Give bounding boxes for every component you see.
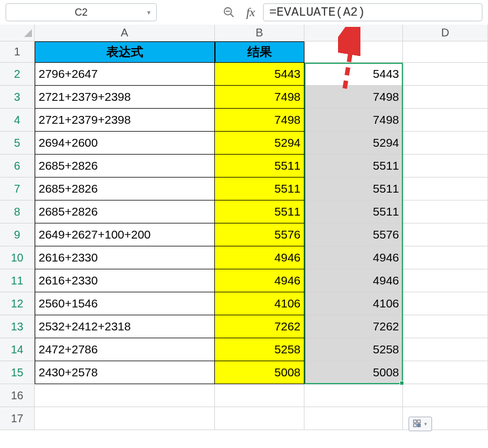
cell-A4[interactable]: 2721+2379+2398 <box>35 109 215 132</box>
cell-D8[interactable] <box>403 200 488 223</box>
cell-A10[interactable]: 2616+2330 <box>35 246 215 269</box>
cell-B5[interactable]: 5294 <box>215 132 304 155</box>
cell-C7[interactable]: 5511 <box>304 178 403 200</box>
cell-C13[interactable]: 7262 <box>304 315 403 338</box>
cell-D10[interactable] <box>403 246 488 269</box>
cell-D16[interactable] <box>403 384 488 407</box>
table-row: 92649+2627+100+20055765576 <box>0 223 488 246</box>
cell-B8[interactable]: 5511 <box>215 200 304 223</box>
cell-C16[interactable] <box>304 384 403 407</box>
cell-D14[interactable] <box>403 338 488 361</box>
cell-C4[interactable]: 7498 <box>304 109 403 132</box>
row-header-17[interactable]: 17 <box>0 407 35 430</box>
cell-A14[interactable]: 2472+2786 <box>35 338 215 361</box>
cell-A13[interactable]: 2532+2412+2318 <box>35 315 215 338</box>
cell-C12[interactable]: 4106 <box>304 292 403 315</box>
cell-A15[interactable]: 2430+2578 <box>35 361 215 384</box>
cell-C11[interactable]: 4946 <box>304 269 403 292</box>
cell-A7[interactable]: 2685+2826 <box>35 178 215 200</box>
row-header-15[interactable]: 15 <box>0 361 35 384</box>
zoom-out-icon[interactable] <box>222 5 236 20</box>
cell-A17[interactable] <box>35 407 215 430</box>
table-row: 82685+282655115511 <box>0 200 488 223</box>
svg-rect-5 <box>417 420 420 423</box>
cell-A5[interactable]: 2694+2600 <box>35 132 215 155</box>
row-header-10[interactable]: 10 <box>0 246 35 269</box>
row-header-4[interactable]: 4 <box>0 109 35 132</box>
cell-C17[interactable] <box>304 407 403 430</box>
cell-C5[interactable]: 5294 <box>304 132 403 155</box>
cell-A6[interactable]: 2685+2826 <box>35 155 215 178</box>
row-header-11[interactable]: 11 <box>0 269 35 292</box>
paste-options-button[interactable]: ▼ <box>409 417 432 431</box>
row-header-5[interactable]: 5 <box>0 132 35 155</box>
cell-D1[interactable] <box>403 41 488 63</box>
row-header-2[interactable]: 2 <box>0 63 35 86</box>
cell-B13[interactable]: 7262 <box>215 315 304 338</box>
col-header-A[interactable]: A <box>35 25 215 41</box>
chevron-down-icon[interactable]: ▼ <box>146 10 152 16</box>
cell-A16[interactable] <box>35 384 215 407</box>
cell-C15[interactable]: 5008 <box>304 361 403 384</box>
cell-A8[interactable]: 2685+2826 <box>35 200 215 223</box>
cell-C1[interactable] <box>304 41 403 63</box>
row-header-7[interactable]: 7 <box>0 178 35 200</box>
row-header-16[interactable]: 16 <box>0 384 35 407</box>
cell-D7[interactable] <box>403 178 488 200</box>
row-header-14[interactable]: 14 <box>0 338 35 361</box>
cell-A12[interactable]: 2560+1546 <box>35 292 215 315</box>
cell-D3[interactable] <box>403 86 488 109</box>
cell-D12[interactable] <box>403 292 488 315</box>
cell-A2[interactable]: 2796+2647 <box>35 63 215 86</box>
fx-icon[interactable]: fx <box>246 5 255 20</box>
cell-B4[interactable]: 7498 <box>215 109 304 132</box>
cell-B1[interactable]: 结果 <box>215 41 304 63</box>
cell-B2[interactable]: 5443 <box>215 63 304 86</box>
cell-B9[interactable]: 5576 <box>215 223 304 246</box>
cell-B14[interactable]: 5258 <box>215 338 304 361</box>
cell-D15[interactable] <box>403 361 488 384</box>
table-row: 142472+278652585258 <box>0 338 488 361</box>
cell-D13[interactable] <box>403 315 488 338</box>
cell-B12[interactable]: 4106 <box>215 292 304 315</box>
row-header-13[interactable]: 13 <box>0 315 35 338</box>
cell-B6[interactable]: 5511 <box>215 155 304 178</box>
cell-D11[interactable] <box>403 269 488 292</box>
cell-D4[interactable] <box>403 109 488 132</box>
col-header-B[interactable]: B <box>215 25 304 41</box>
cell-B16[interactable] <box>215 384 304 407</box>
cell-C3[interactable]: 7498 <box>304 86 403 109</box>
cell-B15[interactable]: 5008 <box>215 361 304 384</box>
cell-B17[interactable] <box>215 407 304 430</box>
cell-B11[interactable]: 4946 <box>215 269 304 292</box>
select-all-corner[interactable] <box>0 25 35 41</box>
cell-B10[interactable]: 4946 <box>215 246 304 269</box>
col-header-D[interactable]: D <box>403 25 488 41</box>
cell-C10[interactable]: 4946 <box>304 246 403 269</box>
cell-C2[interactable]: 5443 <box>304 63 403 86</box>
cell-C14[interactable]: 5258 <box>304 338 403 361</box>
formula-input[interactable]: =EVALUATE(A2) <box>263 3 482 21</box>
cell-B3[interactable]: 7498 <box>215 86 304 109</box>
cell-B7[interactable]: 5511 <box>215 178 304 200</box>
name-box[interactable]: C2 ▼ <box>6 3 157 21</box>
cell-D9[interactable] <box>403 223 488 246</box>
row-header-8[interactable]: 8 <box>0 200 35 223</box>
cell-A1[interactable]: 表达式 <box>35 41 215 63</box>
row-header-6[interactable]: 6 <box>0 155 35 178</box>
row-header-3[interactable]: 3 <box>0 86 35 109</box>
cell-A9[interactable]: 2649+2627+100+200 <box>35 223 215 246</box>
row-header-9[interactable]: 9 <box>0 223 35 246</box>
cell-D2[interactable] <box>403 63 488 86</box>
cell-A3[interactable]: 2721+2379+2398 <box>35 86 215 109</box>
cell-D5[interactable] <box>403 132 488 155</box>
cell-C9[interactable]: 5576 <box>304 223 403 246</box>
cell-A11[interactable]: 2616+2330 <box>35 269 215 292</box>
column-headers-row: A B C D <box>0 25 488 41</box>
row-header-1[interactable]: 1 <box>0 41 35 63</box>
cell-D6[interactable] <box>403 155 488 178</box>
cell-C8[interactable]: 5511 <box>304 200 403 223</box>
cell-C6[interactable]: 5511 <box>304 155 403 178</box>
col-header-C[interactable]: C <box>304 25 403 41</box>
row-header-12[interactable]: 12 <box>0 292 35 315</box>
